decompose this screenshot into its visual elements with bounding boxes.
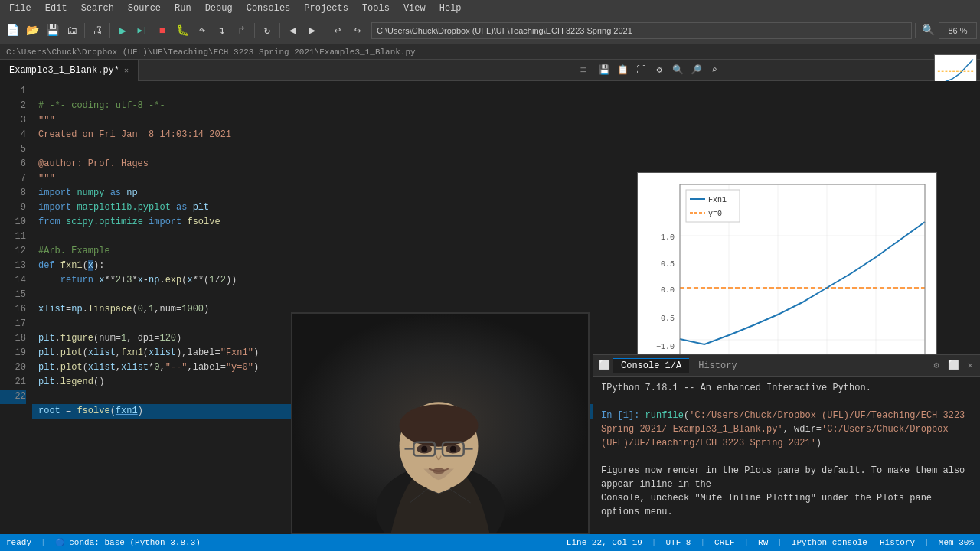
console-run-command: In [1]: runfile('C:/Users/Chuck/Dropbox …: [601, 409, 972, 450]
editor-tab[interactable]: Example3_1_Blank.py* ✕: [0, 60, 139, 81]
editor-tab-bar: Example3_1_Blank.py* ✕ ≡: [0, 60, 593, 81]
history-btn[interactable]: History: [880, 538, 915, 547]
console-pane: ⬜ Console 1/A History ⚙ ⬜ ✕ IPython 7.18…: [593, 354, 980, 534]
sep5: [325, 23, 325, 38]
svg-point-36: [400, 404, 479, 446]
zoom-input[interactable]: [939, 22, 977, 39]
sep4: [279, 23, 280, 38]
breadcrumb: C:\Users\Chuck\Dropbox (UFL)\UF\Teaching…: [0, 44, 980, 60]
svg-text:−1.0: −1.0: [655, 343, 674, 351]
console-type[interactable]: IPython console: [792, 538, 867, 547]
plot-zoom-out-btn[interactable]: 🔎: [688, 63, 704, 78]
debug-btn[interactable]: 🐛: [173, 21, 191, 40]
plot-fullscreen-btn[interactable]: ⛶: [633, 63, 648, 78]
plot-save-btn[interactable]: 💾: [596, 63, 612, 78]
redo-btn[interactable]: ↪: [348, 21, 367, 40]
sep3: [254, 23, 255, 38]
run-cell-btn[interactable]: ▶|: [133, 21, 152, 40]
open-file-btn[interactable]: 📂: [23, 21, 41, 40]
memory: Mem 30%: [939, 538, 974, 547]
eol: CRLF: [714, 538, 734, 547]
line-col: Line 22, Col 19: [567, 538, 642, 547]
menu-edit[interactable]: Edit: [39, 2, 74, 15]
console-close-icon[interactable]: ✕: [963, 359, 977, 373]
console-tab-icons: ⚙ ⬜ ✕: [929, 359, 977, 373]
svg-point-45: [450, 446, 456, 452]
sep6: [915, 23, 916, 38]
path-input[interactable]: [371, 22, 912, 39]
continue-btn[interactable]: ↻: [258, 21, 276, 40]
menu-source[interactable]: Source: [122, 2, 167, 15]
ipython-version: IPython 7.18.1 -- An enhanced Interactiv…: [601, 381, 972, 395]
svg-text:0.0: 0.0: [660, 286, 674, 295]
webcam-overlay: [291, 312, 590, 534]
tab-close-icon[interactable]: ✕: [124, 66, 129, 75]
status-ready: ready: [6, 538, 31, 547]
prev-btn[interactable]: ◀: [283, 21, 302, 40]
svg-point-44: [421, 446, 427, 452]
console-content[interactable]: IPython 7.18.1 -- An enhanced Interactiv…: [593, 377, 980, 534]
toolbar: 📄 📂 💾 🗂 🖨 ▶ ▶| ■ 🐛 ↷ ↴ ↱ ↻ ◀ ▶ ↩ ↪ 🔍: [0, 17, 980, 44]
menu-tools[interactable]: Tools: [356, 2, 396, 15]
menu-bar: File Edit Search Source Run Debug Consol…: [0, 0, 980, 17]
console-icon-left[interactable]: ⬜: [596, 358, 612, 373]
console-settings-icon[interactable]: ⚙: [929, 359, 943, 373]
step-btn[interactable]: ↷: [193, 21, 211, 40]
status-bar: ready | 🔵 conda: base (Python 3.8.3) Lin…: [0, 534, 980, 551]
plot-toolbar: 💾 📋 ⛶ ⚙ 🔍 🔎 ⌕: [593, 60, 980, 81]
console-tab-bar: ⬜ Console 1/A History ⚙ ⬜ ✕: [593, 355, 980, 377]
menu-file[interactable]: File: [3, 2, 38, 15]
menu-projects[interactable]: Projects: [298, 2, 354, 15]
tab-menu-icon[interactable]: ≡: [574, 64, 593, 77]
plot-zoom-in-btn[interactable]: 🔍: [670, 63, 685, 78]
menu-consoles[interactable]: Consoles: [240, 2, 297, 15]
encoding: UTF-8: [665, 538, 691, 547]
conda-info: 🔵 conda: base (Python 3.8.3): [55, 538, 201, 547]
webcam-feed: [292, 312, 588, 534]
svg-text:−0.5: −0.5: [655, 315, 674, 323]
svg-text:0.5: 0.5: [660, 260, 674, 269]
save-all-btn[interactable]: 🗂: [63, 21, 81, 40]
search-icon[interactable]: 🔍: [919, 21, 937, 40]
svg-text:Fxn1: Fxn1: [708, 196, 727, 204]
plot-search-btn[interactable]: ⌕: [707, 63, 722, 78]
menu-run[interactable]: Run: [168, 2, 198, 15]
tab-history[interactable]: History: [691, 359, 744, 373]
sep1: [84, 23, 85, 38]
sep2: [109, 23, 110, 38]
menu-search[interactable]: Search: [75, 2, 120, 15]
menu-help[interactable]: Help: [433, 2, 468, 15]
save-btn[interactable]: 💾: [43, 21, 61, 40]
next-btn[interactable]: ▶: [303, 21, 322, 40]
plot-copy-btn[interactable]: 📋: [615, 63, 630, 78]
svg-text:1.0: 1.0: [660, 233, 674, 242]
step-into-btn[interactable]: ↴: [213, 21, 231, 40]
tab-console[interactable]: Console 1/A: [613, 358, 689, 373]
plot-message: Figures now render in the Plots pane by …: [601, 464, 972, 519]
stop-btn[interactable]: ■: [153, 21, 172, 40]
new-file-btn[interactable]: 📄: [3, 21, 21, 40]
right-pane: 💾 📋 ⛶ ⚙ 🔍 🔎 ⌕: [593, 60, 980, 534]
rw-status: RW: [758, 538, 768, 547]
undo-btn[interactable]: ↩: [328, 21, 347, 40]
console-maximize-icon[interactable]: ⬜: [946, 359, 960, 373]
run-btn[interactable]: ▶: [113, 21, 132, 40]
menu-debug[interactable]: Debug: [199, 2, 239, 15]
print-btn[interactable]: 🖨: [88, 21, 106, 40]
menu-view[interactable]: View: [397, 2, 432, 15]
svg-text:y=0: y=0: [708, 210, 722, 218]
plot-settings-btn[interactable]: ⚙: [652, 63, 667, 78]
line-numbers: 12345 678910 1112131415 1617181920 2122: [0, 81, 32, 534]
step-out-btn[interactable]: ↱: [233, 21, 251, 40]
